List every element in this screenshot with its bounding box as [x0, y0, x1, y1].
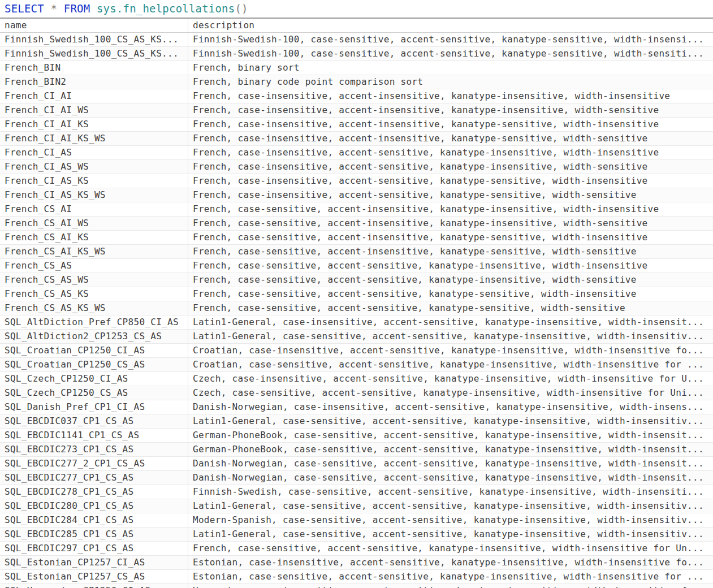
column-header-description[interactable]: description — [188, 19, 713, 32]
description-cell[interactable]: French, case-insensitive, accent-insensi… — [188, 118, 713, 131]
description-cell[interactable]: French, case-sensitive, accent-sensitive… — [188, 287, 713, 301]
table-row[interactable]: SQL_Czech_CP1250_CS_ASCzech, case-sensit… — [0, 386, 713, 400]
table-row[interactable]: SQL_EBCDIC297_CP1_CS_ASFrench, case-sens… — [0, 542, 713, 556]
description-cell[interactable]: French, case-sensitive, accent-insensiti… — [188, 202, 713, 216]
description-cell[interactable]: French, case-insensitive, accent-sensiti… — [188, 146, 713, 159]
name-cell[interactable]: French_CS_AS_KS_WS — [0, 301, 188, 315]
name-cell[interactable]: SQL_EBCDIC273_CP1_CS_AS — [0, 443, 188, 456]
description-cell[interactable]: Latin1-General, case-sensitive, accent-s… — [188, 499, 713, 513]
sql-query-editor[interactable]: SELECT * FROM sys.fn_helpcollations() — [0, 0, 713, 19]
description-cell[interactable]: Danish-Norwegian, case-insensitive, acce… — [188, 400, 713, 414]
description-cell[interactable]: Croatian, case-sensitive, accent-sensiti… — [188, 358, 713, 371]
table-row[interactable]: SQL_Czech_CP1250_CI_ASCzech, case-insens… — [0, 372, 713, 386]
table-row[interactable]: French_CI_AI_WSFrench, case-insensitive,… — [0, 103, 713, 118]
table-row[interactable]: SQL_EBCDIC037_CP1_CS_ASLatin1-General, c… — [0, 414, 713, 429]
table-row[interactable]: French_BIN2French, binary code point com… — [0, 75, 713, 89]
name-cell[interactable]: French_CI_AS_KS — [0, 174, 188, 188]
table-row[interactable]: French_CI_AI_KS_WSFrench, case-insensiti… — [0, 132, 713, 146]
name-cell[interactable]: French_CI_AI_KS_WS — [0, 132, 188, 145]
table-row[interactable]: SQL_Estonian_CP1257_CS_ASEstonian, case-… — [0, 570, 713, 584]
name-cell[interactable]: Finnish_Swedish_100_CS_AS_KS... — [0, 33, 188, 46]
name-cell[interactable]: French_CI_AS_KS_WS — [0, 188, 188, 202]
name-cell[interactable]: French_BIN2 — [0, 75, 188, 89]
table-row[interactable]: French_CI_ASFrench, case-insensitive, ac… — [0, 146, 713, 160]
table-row[interactable]: SQL_EBCDIC277_2_CP1_CS_ASDanish-Norwegia… — [0, 457, 713, 471]
table-row[interactable]: French_CS_AS_KS_WSFrench, case-sensitive… — [0, 301, 713, 315]
name-cell[interactable]: SQL_EBCDIC284_CP1_CS_AS — [0, 513, 188, 527]
name-cell[interactable]: French_CS_AI_WS — [0, 217, 188, 230]
table-row[interactable]: SQL_AltDiction_Pref_CP850_CI_ASLatin1-Ge… — [0, 315, 713, 330]
table-row[interactable]: SQL_Croatian_CP1250_CS_ASCroatian, case-… — [0, 358, 713, 372]
description-cell[interactable]: Finnish-Swedish-100, case-sensitive, acc… — [188, 47, 713, 60]
name-cell[interactable]: SQL_Danish_Pref_CP1_CI_AS — [0, 400, 188, 414]
name-cell[interactable]: SQL_AltDiction_Pref_CP850_CI_AS — [0, 315, 188, 329]
description-cell[interactable]: Estonian, case-insensitive, accent-sensi… — [188, 556, 713, 569]
table-row[interactable]: SQL_EBCDIC285_CP1_CS_ASLatin1-General, c… — [0, 528, 713, 542]
name-cell[interactable]: French_CS_AI_KS_WS — [0, 245, 188, 258]
description-cell[interactable]: Croatian, case-insensitive, accent-sensi… — [188, 344, 713, 357]
name-cell[interactable]: SQL_Estonian_CP1257_CS_AS — [0, 570, 188, 583]
name-cell[interactable]: SQL_EBCDIC297_CP1_CS_AS — [0, 542, 188, 555]
description-cell[interactable]: French, binary sort — [188, 61, 713, 75]
name-cell[interactable]: SQL_EBCDIC1141_CP1_CS_AS — [0, 429, 188, 442]
name-cell[interactable]: SQL_Estonian_CP1257_CI_AS — [0, 556, 188, 569]
description-cell[interactable]: French, binary code point comparison sor… — [188, 75, 713, 89]
name-cell[interactable]: Finnish_Swedish_100_CS_AS_KS... — [0, 47, 188, 60]
table-row[interactable]: French_CS_AI_KSFrench, case-sensitive, a… — [0, 231, 713, 245]
table-row[interactable]: SQL_EBCDIC273_CP1_CS_ASGerman-PhoneBook,… — [0, 443, 713, 457]
name-cell[interactable]: French_CI_AS — [0, 146, 188, 159]
description-cell[interactable]: French, case-insensitive, accent-sensiti… — [188, 160, 713, 174]
table-row[interactable]: French_CS_ASFrench, case-sensitive, acce… — [0, 259, 713, 273]
table-row[interactable]: French_CS_AI_WSFrench, case-sensitive, a… — [0, 217, 713, 231]
description-cell[interactable]: Modern-Spanish, case-sensitive, accent-s… — [188, 513, 713, 527]
name-cell[interactable]: SQL_Croatian_CP1250_CS_AS — [0, 358, 188, 371]
table-row[interactable]: French_CS_AI_KS_WSFrench, case-sensitive… — [0, 245, 713, 259]
description-cell[interactable]: French, case-sensitive, accent-sensitive… — [188, 301, 713, 315]
description-cell[interactable]: Estonian, case-sensitive, accent-sensiti… — [188, 570, 713, 583]
name-cell[interactable]: SQL_EBCDIC280_CP1_CS_AS — [0, 499, 188, 513]
table-row[interactable]: French_CI_AS_KSFrench, case-insensitive,… — [0, 174, 713, 188]
description-cell[interactable]: Danish-Norwegian, case-sensitive, accent… — [188, 457, 713, 470]
name-cell[interactable]: French_CS_AS — [0, 259, 188, 273]
description-cell[interactable]: Czech, case-sensitive, accent-sensitive,… — [188, 386, 713, 400]
description-cell[interactable]: Czech, case-insensitive, accent-sensitiv… — [188, 372, 713, 386]
name-cell[interactable]: French_CI_AS_WS — [0, 160, 188, 174]
table-row[interactable]: French_CS_AS_WSFrench, case-sensitive, a… — [0, 273, 713, 287]
description-cell[interactable]: Hungarian, case-insensitive, accent-sens… — [188, 584, 713, 588]
table-row[interactable]: French_CI_AI_KSFrench, case-insensitive,… — [0, 118, 713, 132]
description-cell[interactable]: French, case-insensitive, accent-sensiti… — [188, 174, 713, 188]
table-row[interactable]: French_CI_AS_KS_WSFrench, case-insensiti… — [0, 188, 713, 202]
description-cell[interactable]: French, case-sensitive, accent-insensiti… — [188, 231, 713, 244]
table-row[interactable]: Finnish_Swedish_100_CS_AS_KS...Finnish-S… — [0, 33, 713, 47]
table-row[interactable]: French_BINFrench, binary sort — [0, 61, 713, 75]
description-cell[interactable]: French, case-insensitive, accent-sensiti… — [188, 188, 713, 202]
table-row[interactable]: SQL_Hungarian_CP1250_CI_ASHungarian, cas… — [0, 584, 713, 588]
table-row[interactable]: SQL_EBCDIC280_CP1_CS_ASLatin1-General, c… — [0, 499, 713, 513]
name-cell[interactable]: SQL_EBCDIC277_2_CP1_CS_AS — [0, 457, 188, 470]
table-row[interactable]: French_CI_AIFrench, case-insensitive, ac… — [0, 89, 713, 103]
description-cell[interactable]: Latin1-General, case-sensitive, accent-s… — [188, 330, 713, 343]
description-cell[interactable]: French, case-insensitive, accent-insensi… — [188, 89, 713, 103]
name-cell[interactable]: SQL_Czech_CP1250_CS_AS — [0, 386, 188, 400]
description-cell[interactable]: Finnish-Swedish-100, case-sensitive, acc… — [188, 33, 713, 46]
description-cell[interactable]: Latin1-General, case-insensitive, accent… — [188, 315, 713, 329]
name-cell[interactable]: French_CS_AI_KS — [0, 231, 188, 244]
description-cell[interactable]: French, case-sensitive, accent-sensitive… — [188, 542, 713, 555]
name-cell[interactable]: French_CI_AI_KS — [0, 118, 188, 131]
name-cell[interactable]: French_CI_AI_WS — [0, 103, 188, 117]
name-cell[interactable]: SQL_Croatian_CP1250_CI_AS — [0, 344, 188, 357]
name-cell[interactable]: SQL_Hungarian_CP1250_CI_AS — [0, 584, 188, 588]
name-cell[interactable]: French_CI_AI — [0, 89, 188, 103]
description-cell[interactable]: Finnish-Swedish, case-sensitive, accent-… — [188, 485, 713, 499]
name-cell[interactable]: SQL_EBCDIC277_CP1_CS_AS — [0, 471, 188, 485]
table-row[interactable]: SQL_EBCDIC278_CP1_CS_ASFinnish-Swedish, … — [0, 485, 713, 499]
name-cell[interactable]: SQL_EBCDIC285_CP1_CS_AS — [0, 528, 188, 541]
name-cell[interactable]: SQL_EBCDIC037_CP1_CS_AS — [0, 414, 188, 428]
description-cell[interactable]: French, case-insensitive, accent-insensi… — [188, 103, 713, 117]
name-cell[interactable]: French_CS_AS_WS — [0, 273, 188, 287]
table-row[interactable]: SQL_EBCDIC277_CP1_CS_ASDanish-Norwegian,… — [0, 471, 713, 485]
table-row[interactable]: French_CS_AS_KSFrench, case-sensitive, a… — [0, 287, 713, 301]
table-row[interactable]: SQL_AltDiction2_CP1253_CS_ASLatin1-Gener… — [0, 330, 713, 344]
table-row[interactable]: SQL_EBCDIC284_CP1_CS_ASModern-Spanish, c… — [0, 513, 713, 528]
description-cell[interactable]: French, case-sensitive, accent-insensiti… — [188, 217, 713, 230]
